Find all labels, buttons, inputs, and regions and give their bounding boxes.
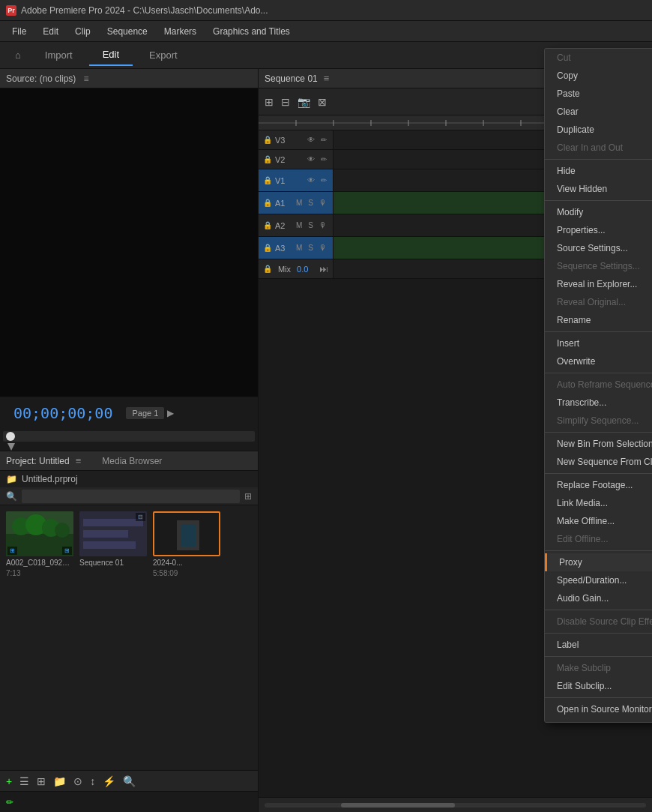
automate-btn[interactable]: ⚡ xyxy=(103,775,115,787)
tab-edit[interactable]: Edit xyxy=(89,44,133,66)
ctx-audio-gain[interactable]: Audio Gain... xyxy=(545,589,652,607)
media-browser-tab[interactable]: Media Browser xyxy=(102,456,162,466)
a2-label-text: A2 xyxy=(275,221,292,230)
snapshot-btn[interactable]: 📷 xyxy=(298,96,310,108)
ctx-open-source-monitor[interactable]: Open in Source Monitor xyxy=(545,700,652,718)
ctx-sequence-settings[interactable]: Sequence Settings... xyxy=(545,257,652,275)
a3-lock-icon[interactable]: 🔒 xyxy=(263,244,272,252)
source-monitor-menu-icon[interactable]: ≡ xyxy=(83,73,88,84)
menu-graphics[interactable]: Graphics and Titles xyxy=(205,23,298,40)
a1-lock-icon[interactable]: 🔒 xyxy=(263,199,272,207)
a3-label-text: A3 xyxy=(275,244,292,253)
sort-btn[interactable]: ↕ xyxy=(90,775,95,787)
menu-clip[interactable]: Clip xyxy=(67,23,98,40)
list-view-btn[interactable]: ☰ xyxy=(19,775,29,787)
ctx-cut[interactable]: Cut xyxy=(545,49,652,67)
a3-s-btn[interactable]: S xyxy=(307,244,315,252)
ctx-new-sequence[interactable]: New Sequence From Clip xyxy=(545,453,652,471)
a3-m-btn[interactable]: M xyxy=(295,244,304,252)
v3-edit-btn[interactable]: ✏ xyxy=(319,136,328,144)
v3-lock-icon[interactable]: 🔒 xyxy=(263,136,272,144)
ctx-transcribe[interactable]: Transcribe... xyxy=(545,394,652,412)
ctx-properties[interactable]: Properties... xyxy=(545,221,652,239)
home-tab[interactable]: ⌂ xyxy=(7,45,28,65)
clip-thumb-img-3[interactable] xyxy=(153,511,220,556)
timeline-menu-icon[interactable]: ≡ xyxy=(324,73,330,84)
clip-thumb-img-1[interactable]: ⊞ ⊞ xyxy=(6,511,73,556)
search-filter-icon[interactable]: ⊞ xyxy=(244,491,252,502)
ctx-clear[interactable]: Clear xyxy=(545,103,652,121)
ctx-open-in-timeline[interactable]: Open in Timeline xyxy=(545,718,652,723)
mix-nav-icon[interactable]: ⏭ xyxy=(319,264,328,274)
ctx-simplify[interactable]: Simplify Sequence... xyxy=(545,412,652,430)
v1-lock-icon[interactable]: 🔒 xyxy=(263,176,272,184)
menu-file[interactable]: File xyxy=(4,23,34,40)
v2-edit-btn[interactable]: ✏ xyxy=(319,155,328,163)
edit-mode-icon[interactable]: ✏ xyxy=(6,797,13,808)
menu-markers[interactable]: Markers xyxy=(157,23,204,40)
track-v2-label: 🔒 V2 👁 ✏ xyxy=(259,150,333,169)
timeline-label: Sequence 01 xyxy=(265,73,318,84)
search-input[interactable] xyxy=(22,490,240,503)
page-next-btn[interactable]: ▶ xyxy=(167,408,174,418)
ctx-speed-duration[interactable]: Speed/Duration... xyxy=(545,571,652,589)
menu-sequence[interactable]: Sequence xyxy=(100,23,155,40)
ctx-auto-reframe[interactable]: Auto Reframe Sequence... xyxy=(545,376,652,394)
ctx-reveal-original[interactable]: Reveal Original... xyxy=(545,293,652,311)
ctx-make-subclip[interactable]: Make Subclip xyxy=(545,659,652,677)
overwrite-btn[interactable]: ⊟ xyxy=(281,96,290,108)
ctx-modify[interactable]: Modify▶ xyxy=(545,203,652,221)
tab-import[interactable]: Import xyxy=(31,45,86,65)
clip-thumb-img-2[interactable]: ⊟ xyxy=(79,511,147,556)
ctx-duplicate[interactable]: Duplicate xyxy=(545,121,652,139)
ctx-paste[interactable]: Paste xyxy=(545,85,652,103)
scrub-bar[interactable] xyxy=(3,431,255,442)
ctx-proxy[interactable]: Proxy▶ xyxy=(545,553,652,571)
a3-mic-icon[interactable]: 🎙 xyxy=(318,244,328,252)
ctx-replace-footage[interactable]: Replace Footage... xyxy=(545,476,652,494)
ctx-edit-subclip[interactable]: Edit Subclip... xyxy=(545,677,652,695)
ctx-disable-effects[interactable]: Disable Source Clip Effects xyxy=(545,613,652,631)
project-menu-icon[interactable]: ≡ xyxy=(76,455,82,466)
a1-m-btn[interactable]: M xyxy=(295,199,304,207)
ctx-hide[interactable]: Hide xyxy=(545,162,652,180)
ctx-overwrite[interactable]: Overwrite xyxy=(545,352,652,370)
freeform-btn[interactable]: ⊙ xyxy=(73,775,82,787)
new-item-btn[interactable]: + xyxy=(6,775,12,787)
mix-lock-icon[interactable]: 🔒 xyxy=(263,265,272,273)
v1-edit-btn[interactable]: ✏ xyxy=(319,176,328,184)
ctx-div-10 xyxy=(545,656,652,657)
v2-lock-icon[interactable]: 🔒 xyxy=(263,155,272,163)
ctx-view-hidden[interactable]: View Hidden xyxy=(545,180,652,198)
v3-visibility-btn[interactable]: 👁 xyxy=(306,136,316,144)
a2-m-btn[interactable]: M xyxy=(295,221,304,229)
ctx-make-offline[interactable]: Make Offline... xyxy=(545,512,652,530)
a2-lock-icon[interactable]: 🔒 xyxy=(263,221,272,229)
v1-visibility-btn[interactable]: 👁 xyxy=(306,176,316,184)
ctx-insert[interactable]: Insert xyxy=(545,334,652,352)
ctx-edit-offline[interactable]: Edit Offline... xyxy=(545,530,652,548)
ctx-rename[interactable]: Rename xyxy=(545,311,652,329)
ctx-clear-in-out[interactable]: Clear In and Out xyxy=(545,139,652,157)
menu-edit[interactable]: Edit xyxy=(35,23,66,40)
insert-btn[interactable]: ⊞ xyxy=(265,96,274,108)
tab-export[interactable]: Export xyxy=(136,45,191,65)
timeline-scrollbar[interactable] xyxy=(259,797,652,812)
ctx-div-7 xyxy=(545,550,652,551)
track-v1-label: 🔒 V1 👁 ✏ xyxy=(259,169,333,191)
find-btn[interactable]: 🔍 xyxy=(123,775,136,787)
v2-visibility-btn[interactable]: 👁 xyxy=(306,155,316,163)
ctx-label[interactable]: Label▶ xyxy=(545,636,652,654)
ctx-source-settings[interactable]: Source Settings... xyxy=(545,239,652,257)
a1-mic-icon[interactable]: 🎙 xyxy=(318,199,328,207)
icon-view-btn[interactable]: ⊞ xyxy=(37,775,46,787)
ctx-new-bin[interactable]: New Bin From Selection xyxy=(545,435,652,453)
a2-s-btn[interactable]: S xyxy=(307,221,315,229)
a1-s-btn[interactable]: S xyxy=(307,199,315,207)
bin-btn[interactable]: 📁 xyxy=(53,775,66,787)
a2-mic-icon[interactable]: 🎙 xyxy=(318,221,328,229)
ctx-reveal-explorer[interactable]: Reveal in Explorer... xyxy=(545,275,652,293)
ctx-copy[interactable]: Copy xyxy=(545,67,652,85)
settings-btn[interactable]: ⊠ xyxy=(318,96,327,108)
ctx-link-media[interactable]: Link Media... xyxy=(545,494,652,512)
